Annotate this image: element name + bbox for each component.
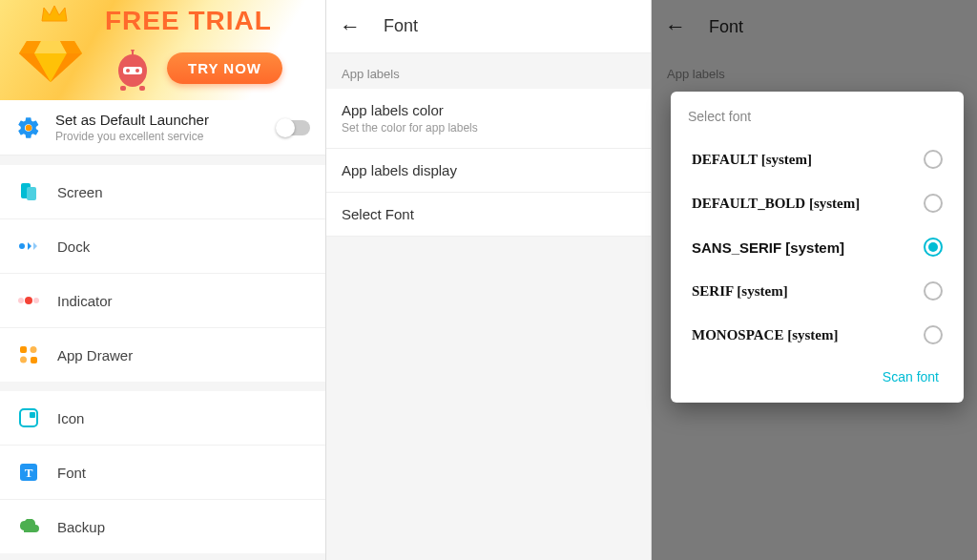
row-app-labels-display[interactable]: App labels display <box>326 149 651 193</box>
font-option-sans-serif[interactable]: SANS_SERIF [system] <box>688 225 946 269</box>
try-now-button[interactable]: TRY NOW <box>167 52 282 84</box>
backup-icon <box>17 515 40 538</box>
row-title: App labels display <box>342 162 635 178</box>
back-button[interactable]: ← <box>340 14 368 39</box>
mascot-icon <box>114 50 151 92</box>
menu-item-appdrawer[interactable]: App Drawer <box>0 328 325 382</box>
font-option-default[interactable]: DEFAULT [system] <box>688 137 946 181</box>
svg-rect-28 <box>20 409 37 426</box>
appbar: ← Font <box>326 0 651 53</box>
font-option-label: DEFAULT [system] <box>692 152 812 168</box>
svg-rect-24 <box>20 346 27 353</box>
menu-item-icon[interactable]: Icon <box>0 391 325 446</box>
menu-item-indicator[interactable]: Indicator <box>0 274 325 328</box>
settings-group-2: Icon T Font Backup <box>0 391 325 553</box>
menu-label: Indicator <box>57 293 113 309</box>
default-title: Set as Default Launcher <box>55 112 278 128</box>
appdrawer-icon <box>17 343 40 366</box>
font-dialog-panel: ← Font App labels Select font DEFAULT [s… <box>652 0 977 560</box>
svg-text:T: T <box>25 466 33 480</box>
font-option-label: SANS_SERIF [system] <box>692 239 844 256</box>
set-default-launcher-row[interactable]: Set as Default Launcher Provide you exce… <box>0 100 325 156</box>
svg-point-10 <box>135 69 139 73</box>
menu-label: App Drawer <box>57 347 133 363</box>
dialog-title: Select font <box>688 109 946 124</box>
svg-point-9 <box>126 69 130 73</box>
font-option-label: MONOSPACE [system] <box>692 327 838 343</box>
svg-rect-27 <box>31 357 37 363</box>
svg-marker-19 <box>28 242 31 250</box>
svg-point-12 <box>131 50 135 52</box>
dock-icon <box>17 235 40 258</box>
svg-point-18 <box>19 243 25 249</box>
svg-point-25 <box>31 346 37 353</box>
font-option-serif[interactable]: SERIF [system] <box>688 269 946 313</box>
radio-icon <box>924 325 943 344</box>
svg-point-26 <box>20 357 27 363</box>
settings-group-1: Screen Dock Indicator App Drawer <box>0 165 325 382</box>
font-icon: T <box>17 461 40 484</box>
menu-item-font[interactable]: T Font <box>0 446 325 500</box>
menu-item-backup[interactable]: Backup <box>0 500 325 553</box>
radio-icon <box>924 194 943 213</box>
row-title: Select Font <box>342 206 635 222</box>
default-toggle[interactable] <box>278 120 310 135</box>
menu-label: Backup <box>57 519 105 535</box>
font-option-label: SERIF [system] <box>692 283 788 300</box>
menu-label: Dock <box>57 239 90 255</box>
row-subtitle: Set the color for app labels <box>342 121 635 135</box>
settings-panel: FREE TRIAL TRY NOW Set as Default Launch… <box>0 0 326 560</box>
font-option-label: DEFAULT_BOLD [system] <box>692 196 860 212</box>
svg-point-22 <box>25 297 32 304</box>
svg-marker-20 <box>33 242 37 250</box>
svg-rect-29 <box>30 412 35 418</box>
select-font-dialog: Select font DEFAULT [system] DEFAULT_BOL… <box>671 92 964 403</box>
svg-rect-17 <box>27 187 36 200</box>
menu-label: Screen <box>57 184 103 200</box>
svg-point-21 <box>18 298 24 303</box>
radio-icon <box>924 281 943 301</box>
svg-rect-13 <box>120 86 126 91</box>
banner-title: FREE TRIAL <box>105 6 272 36</box>
section-header: App labels <box>326 53 651 89</box>
font-option-monospace[interactable]: MONOSPACE [system] <box>688 313 946 357</box>
crown-icon <box>40 4 69 25</box>
radio-icon <box>924 238 943 257</box>
promo-banner[interactable]: FREE TRIAL TRY NOW <box>0 0 325 100</box>
menu-item-screen[interactable]: Screen <box>0 165 325 219</box>
indicator-icon <box>17 289 40 312</box>
screen-icon <box>17 180 40 203</box>
icon-icon <box>17 406 40 429</box>
appbar-title: Font <box>384 16 418 36</box>
default-subtitle: Provide you excellent service <box>55 130 278 143</box>
svg-point-23 <box>33 298 39 303</box>
diamond-icon <box>17 27 84 84</box>
menu-label: Font <box>57 465 86 481</box>
svg-point-15 <box>26 124 32 131</box>
scan-font-button[interactable]: Scan font <box>883 369 939 384</box>
row-title: App labels color <box>342 102 635 118</box>
radio-icon <box>924 150 943 169</box>
svg-rect-14 <box>139 86 145 91</box>
menu-label: Icon <box>57 410 84 426</box>
row-app-labels-color[interactable]: App labels color Set the color for app l… <box>326 89 651 149</box>
font-settings-panel: ← Font App labels App labels color Set t… <box>326 0 652 560</box>
menu-item-dock[interactable]: Dock <box>0 219 325 274</box>
row-select-font[interactable]: Select Font <box>326 193 651 237</box>
font-option-default-bold[interactable]: DEFAULT_BOLD [system] <box>688 181 946 225</box>
gear-icon <box>15 114 42 141</box>
